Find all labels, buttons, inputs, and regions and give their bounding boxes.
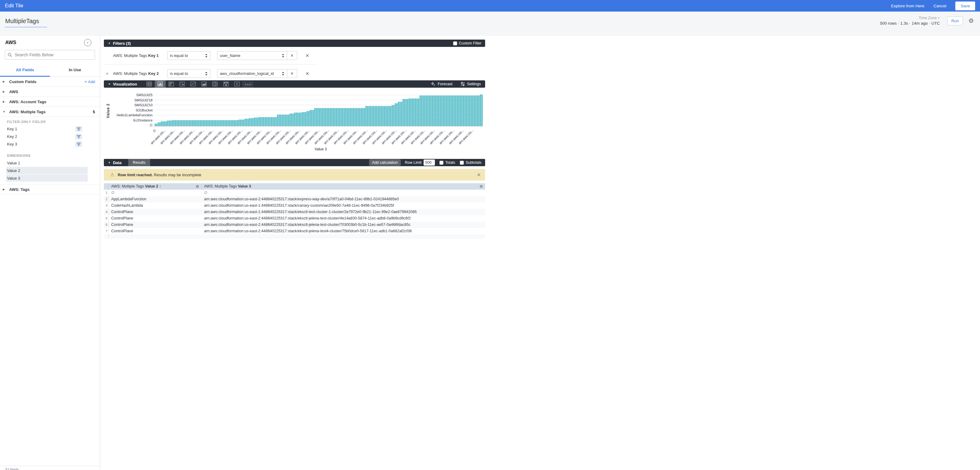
subtotals-checkbox[interactable]	[460, 161, 464, 165]
filter-value-select[interactable]: user_Name	[217, 51, 287, 60]
filter-by-field-icon[interactable]	[75, 141, 82, 147]
filter-operator-select[interactable]: is equal to	[167, 51, 210, 60]
table-row[interactable]: 5ControlPlanearn:aws:cloudformation:us-e…	[104, 215, 485, 222]
sidebar-section-aws-multiple-tags[interactable]: ▼AWS: Multiple Tags5	[0, 107, 100, 117]
dimension-item-value-1[interactable]: Value 1	[6, 159, 88, 167]
cell-value2: ControlPlane	[109, 209, 202, 215]
tab-all-fields[interactable]: All Fields	[0, 65, 50, 76]
dismiss-warning-icon[interactable]: ✕	[477, 172, 481, 178]
triangle-down-icon: ▼	[3, 110, 8, 113]
data-section-bar[interactable]: ▼ Data Results Add calculation Row Limit…	[104, 159, 485, 166]
bar-chart-icon[interactable]	[165, 80, 177, 88]
search-field-box[interactable]	[5, 50, 95, 60]
table-row[interactable]: 7ControlPlanearn:aws:cloudformation:us-e…	[104, 228, 485, 234]
active-tab-underline	[0, 76, 50, 77]
clear-value-button[interactable]: ✕	[287, 69, 297, 78]
sliders-icon	[460, 82, 465, 86]
add-custom-field-button[interactable]: +Add	[85, 79, 95, 84]
cell-value2: ControlPlane	[109, 215, 202, 222]
filters-section-title: Filters (3)	[113, 41, 131, 46]
bar-chart[interactable]: ∅Ec2InstanceHello1LambdaFunctionS31Bucke…	[104, 88, 485, 156]
cell-value3: ∅	[202, 190, 485, 196]
table-row[interactable]: 6ControlPlanearn:aws:cloudformation:us-e…	[104, 222, 485, 228]
sidebar-section-aws-tags[interactable]: ▶AWS: Tags	[0, 184, 100, 195]
filter-by-field-icon[interactable]	[75, 133, 82, 140]
sidebar-collapse-button[interactable]: ‹	[84, 39, 91, 46]
filter-field-label: AWS: Multiple Tags Key 2	[113, 71, 167, 76]
row-limit-label: Row Limit	[405, 160, 422, 165]
results-table-header: AWS: Multiple Tags Value 2 ↑ ⚙ AWS: Mult…	[104, 183, 485, 190]
section-label: AWS: Multiple Tags	[9, 110, 46, 114]
cell-value3: arn:aws:cloudformation:us-east-1:4486402…	[202, 209, 485, 215]
settings-button[interactable]: Settings	[460, 82, 481, 86]
more-icon[interactable]	[242, 81, 253, 88]
row-limit-warning-banner: ⚠ Row limit reached. Results may be inco…	[104, 169, 485, 181]
section-label: Custom Fields	[9, 79, 37, 84]
row-number: 5	[104, 215, 109, 222]
triangle-right-icon: ▶	[3, 188, 8, 191]
sidebar-section-custom-fields[interactable]: ▶Custom Fields+Add	[0, 77, 100, 87]
dimension-item-value-2[interactable]: Value 2	[6, 167, 88, 174]
column-header-value3[interactable]: AWS: Multiple Tags Value 3 ⚙	[202, 183, 485, 190]
field-item-key-2[interactable]: Key 2	[0, 133, 100, 140]
filter-by-field-icon[interactable]	[75, 126, 82, 132]
row-limit-input[interactable]	[423, 159, 435, 165]
pie-chart-icon[interactable]	[210, 80, 221, 88]
single-value-icon[interactable]: 6	[231, 80, 242, 88]
collapse-triangle-icon: ▼	[108, 83, 111, 86]
table-row[interactable]: 4ControlPlanearn:aws:cloudformation:us-e…	[104, 209, 485, 215]
column-chart-icon[interactable]	[155, 80, 165, 88]
table-row[interactable]: 1∅∅	[104, 190, 485, 196]
remove-filter-icon[interactable]: ✕	[305, 53, 309, 59]
cell-value2: AppLambdaFunction	[109, 196, 202, 202]
chevron-down-icon[interactable]: ∨	[104, 71, 113, 76]
area-chart-icon[interactable]	[199, 80, 210, 88]
forecast-button[interactable]: Forecast	[431, 82, 453, 86]
column-gear-icon[interactable]: ⚙	[196, 183, 199, 190]
totals-checkbox[interactable]	[439, 161, 444, 165]
triangle-right-icon: ▶	[3, 90, 8, 93]
line-chart-icon[interactable]	[188, 80, 199, 88]
filter-value-select[interactable]: aws_cloudformation_logical_id	[217, 69, 287, 78]
table-row[interactable]: 3CodeHashLambdaarn:aws:cloudformation:us…	[104, 202, 485, 209]
field-item-key-3[interactable]: Key 3	[0, 140, 100, 148]
map-icon[interactable]	[221, 80, 231, 88]
svg-text:SMS3JIZ10: SMS3JIZ10	[134, 103, 153, 107]
sidebar-section-aws[interactable]: ▶AWS	[0, 87, 100, 97]
visualization-section-title: Visualization	[113, 82, 137, 86]
query-title[interactable]: MultipleTags	[5, 17, 47, 27]
clear-value-button[interactable]: ✕	[287, 51, 297, 60]
field-item-key-1[interactable]: Key 1	[0, 125, 100, 133]
remove-filter-icon[interactable]: ✕	[305, 71, 309, 76]
search-input[interactable]	[14, 52, 92, 57]
custom-filter-checkbox[interactable]	[453, 41, 457, 45]
add-calculation-button[interactable]: Add calculation	[369, 159, 401, 166]
sort-asc-icon: ↑	[159, 184, 161, 189]
column-header-value2[interactable]: AWS: Multiple Tags Value 2 ↑ ⚙	[109, 183, 202, 190]
filters-section-bar[interactable]: ▼ Filters (3) Custom Filter	[104, 40, 485, 47]
visualization-section-bar[interactable]: ▼ Visualization 6 Forecast Settings	[104, 80, 485, 88]
select-arrows-icon	[205, 54, 208, 58]
query-header: MultipleTags Time Zone ∨ 500 rows · 1.3s…	[0, 11, 490, 36]
tab-results[interactable]: Results	[128, 159, 150, 166]
row-number: 6	[104, 222, 109, 228]
filter-operator-select[interactable]: is equal to	[167, 69, 210, 78]
svg-text:6: 6	[236, 82, 238, 86]
table-icon[interactable]	[144, 80, 155, 88]
results-table: AWS: Multiple Tags Value 2 ↑ ⚙ AWS: Mult…	[104, 183, 485, 235]
edit-tile-page: { "colors": { "topbar": "#3b76e3", "acce…	[0, 0, 490, 235]
cell-value3: arn:aws:cloudformation:us-east-2:4486402…	[202, 196, 485, 202]
column-gear-icon[interactable]: ⚙	[479, 183, 483, 190]
cell-value2: CodeHashLambda	[109, 202, 202, 209]
page-title: Edit Tile	[5, 3, 23, 9]
field-sections: ▶Custom Fields+Add▶AWS▶AWS: Account Tags…	[0, 77, 100, 195]
filter-row-1: ∨AWS: Multiple Tags Key 1is equal touser…	[104, 47, 485, 64]
row-number: 1	[104, 190, 109, 196]
subtotals-label: Subtotals	[466, 160, 482, 165]
scatter-icon[interactable]	[177, 80, 188, 88]
section-label: AWS: Tags	[9, 187, 30, 192]
table-row[interactable]: 2AppLambdaFunctionarn:aws:cloudformation…	[104, 196, 485, 202]
tab-in-use[interactable]: In Use	[50, 65, 100, 76]
sidebar-section-aws-account-tags[interactable]: ▶AWS: Account Tags	[0, 97, 100, 107]
dimension-item-value-3[interactable]: Value 3	[6, 175, 88, 182]
